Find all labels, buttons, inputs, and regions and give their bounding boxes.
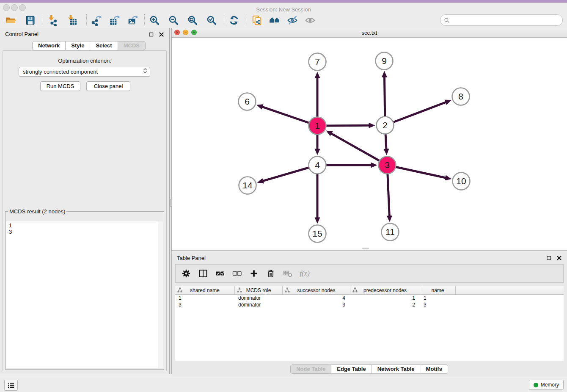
cell-name[interactable]: 3 bbox=[420, 302, 456, 308]
memory-button[interactable]: Memory bbox=[529, 380, 564, 390]
search-box[interactable] bbox=[440, 14, 563, 26]
network-window: ✕ − + scc.txt 7968124314101511 bbox=[172, 28, 567, 251]
column-hierarchy-icon bbox=[285, 287, 290, 293]
deselect-all-icon[interactable] bbox=[231, 268, 243, 279]
table-close-icon[interactable] bbox=[556, 255, 562, 260]
tab-style[interactable]: Style bbox=[65, 41, 90, 50]
graph-node-label: 15 bbox=[312, 229, 322, 238]
cell-predecessor-nodes[interactable]: 1 bbox=[350, 295, 420, 301]
criterion-value: strongly connected component bbox=[23, 69, 98, 75]
graph-edge-arrowhead bbox=[257, 178, 264, 183]
memory-label: Memory bbox=[541, 382, 559, 388]
zoom-out-icon[interactable] bbox=[167, 14, 180, 26]
task-history-button[interactable] bbox=[4, 380, 18, 391]
mcds-result-title: MCDS result (2 nodes) bbox=[8, 208, 66, 215]
cell-shared-name[interactable]: 1 bbox=[175, 295, 235, 301]
zoom-in-icon[interactable] bbox=[148, 14, 161, 26]
main-toolbar bbox=[0, 13, 567, 28]
export-network-icon[interactable] bbox=[90, 14, 103, 26]
toolbar-group bbox=[90, 14, 139, 26]
control-panel-tabs: NetworkStyleSelectMCDS bbox=[33, 41, 146, 50]
graph-edge-arrowhead bbox=[256, 104, 263, 109]
export-image-icon[interactable] bbox=[127, 14, 139, 26]
close-panel-button[interactable]: Close panel bbox=[86, 81, 130, 91]
settings-gear-icon[interactable] bbox=[180, 268, 193, 279]
mcds-result-scrollbar[interactable] bbox=[158, 221, 163, 368]
cell-MCDS-role[interactable]: dominator bbox=[235, 295, 283, 301]
cell-shared-name[interactable]: 3 bbox=[175, 302, 235, 308]
graph-edge-arrowhead bbox=[315, 218, 320, 224]
table-body: 1dominator4113dominator323 bbox=[175, 295, 564, 308]
graph-node-label: 11 bbox=[385, 227, 395, 237]
column-label: shared name bbox=[190, 287, 220, 293]
toolbar-separator bbox=[42, 14, 42, 26]
toolbar-group bbox=[4, 14, 36, 26]
graph-node-label: 14 bbox=[242, 180, 253, 190]
tab-mcds[interactable]: MCDS bbox=[118, 41, 146, 50]
column-header-shared-name[interactable]: shared name bbox=[175, 286, 235, 294]
criterion-select[interactable]: strongly connected component bbox=[19, 67, 150, 77]
table-float-icon[interactable] bbox=[546, 255, 552, 260]
delete-table-icon bbox=[281, 268, 294, 279]
graph-edge-2-8[interactable] bbox=[385, 102, 446, 125]
tab-network[interactable]: Network bbox=[32, 41, 66, 50]
table-toolbar: f(x) bbox=[175, 264, 564, 283]
column-header-MCDS-role[interactable]: MCDS role bbox=[235, 286, 283, 294]
import-network-icon[interactable] bbox=[46, 14, 58, 26]
canvas-resize-handle[interactable] bbox=[362, 248, 369, 249]
graph-edge-arrowhead bbox=[315, 72, 320, 78]
select-all-icon[interactable] bbox=[214, 268, 226, 279]
open-file-icon[interactable] bbox=[4, 14, 17, 26]
float-panel-icon[interactable] bbox=[149, 31, 154, 37]
network-canvas[interactable]: 7968124314101511 bbox=[172, 38, 566, 250]
mcds-result-text[interactable] bbox=[6, 221, 163, 368]
duplicate-network-icon[interactable] bbox=[250, 14, 263, 26]
optimization-criterion-label: Optimization criterion: bbox=[3, 58, 166, 64]
toolbar-separator bbox=[247, 14, 247, 26]
graph-edge-arrowhead bbox=[315, 149, 320, 155]
memory-status-dot bbox=[534, 383, 538, 387]
column-label: name bbox=[431, 287, 444, 293]
import-table-icon[interactable] bbox=[65, 14, 78, 26]
column-layout-icon[interactable] bbox=[197, 268, 209, 279]
cell-MCDS-role[interactable]: dominator bbox=[235, 302, 283, 308]
search-input[interactable] bbox=[451, 16, 562, 25]
refresh-icon[interactable] bbox=[228, 14, 240, 26]
table-row[interactable]: 1dominator411 bbox=[175, 295, 564, 301]
save-session-icon[interactable] bbox=[24, 14, 36, 26]
tab-select[interactable]: Select bbox=[90, 41, 118, 50]
tab-edge-table[interactable]: Edge Table bbox=[331, 364, 372, 374]
tab-node-table[interactable]: Node Table bbox=[290, 364, 331, 374]
delete-column-icon[interactable] bbox=[264, 268, 277, 279]
cell-successor-nodes[interactable]: 3 bbox=[283, 302, 350, 308]
graph-edge-arrowhead bbox=[382, 71, 387, 77]
tab-motifs[interactable]: Motifs bbox=[420, 364, 448, 374]
column-header-name[interactable]: name bbox=[420, 286, 456, 294]
zoom-selected-icon[interactable] bbox=[205, 14, 218, 26]
zoom-fit-icon[interactable] bbox=[186, 14, 199, 26]
table-row[interactable]: 3dominator323 bbox=[175, 301, 564, 308]
app-titlebar: Session: New Session bbox=[0, 3, 567, 13]
show-selected-icon[interactable] bbox=[304, 14, 317, 26]
toolbar-separator bbox=[224, 14, 224, 26]
graph-edge-3-1[interactable] bbox=[331, 133, 387, 165]
add-column-icon[interactable] bbox=[248, 268, 260, 279]
export-table-icon[interactable] bbox=[108, 14, 121, 26]
cell-name[interactable]: 1 bbox=[420, 295, 456, 301]
toolbar-group bbox=[250, 14, 317, 26]
toolbar-group bbox=[46, 14, 78, 26]
graph-edge-arrowhead bbox=[445, 175, 451, 180]
graph-node-label: 2 bbox=[383, 120, 388, 130]
cell-predecessor-nodes[interactable]: 2 bbox=[350, 302, 420, 308]
column-label: predecessor nodes bbox=[363, 287, 407, 293]
graph-edge-arrowhead bbox=[387, 215, 392, 222]
graph-edge-arrowhead bbox=[445, 100, 451, 105]
run-mcds-button[interactable]: Run MCDS bbox=[40, 81, 80, 91]
hide-selected-icon[interactable] bbox=[286, 14, 299, 26]
network-overview-icon[interactable] bbox=[268, 14, 281, 26]
column-header-predecessor-nodes[interactable]: predecessor nodes bbox=[350, 286, 420, 294]
column-header-successor-nodes[interactable]: successor nodes bbox=[283, 286, 350, 294]
close-panel-icon[interactable] bbox=[159, 31, 164, 37]
cell-successor-nodes[interactable]: 4 bbox=[283, 295, 350, 301]
tab-network-table[interactable]: Network Table bbox=[372, 364, 421, 374]
